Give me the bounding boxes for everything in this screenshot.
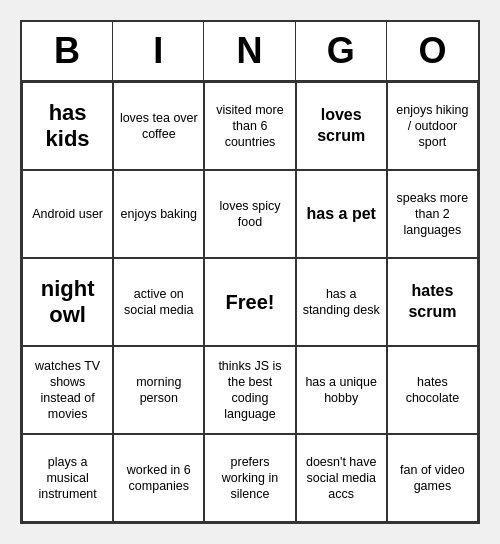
- bingo-cell-7[interactable]: loves spicy food: [204, 170, 295, 258]
- bingo-card: BINGO has kidsloves tea over coffeevisit…: [20, 20, 480, 524]
- bingo-cell-5[interactable]: Android user: [22, 170, 113, 258]
- bingo-cell-4[interactable]: enjoys hiking / outdoor sport: [387, 82, 478, 170]
- bingo-cell-15[interactable]: watches TV shows instead of movies: [22, 346, 113, 434]
- bingo-cell-21[interactable]: worked in 6 companies: [113, 434, 204, 522]
- bingo-cell-24[interactable]: fan of video games: [387, 434, 478, 522]
- bingo-letter-i: I: [113, 22, 204, 80]
- bingo-cell-20[interactable]: plays a musical instrument: [22, 434, 113, 522]
- bingo-cell-18[interactable]: has a unique hobby: [296, 346, 387, 434]
- bingo-cell-1[interactable]: loves tea over coffee: [113, 82, 204, 170]
- bingo-letter-g: G: [296, 22, 387, 80]
- bingo-cell-9[interactable]: speaks more than 2 languages: [387, 170, 478, 258]
- bingo-letter-n: N: [204, 22, 295, 80]
- bingo-cell-23[interactable]: doesn't have social media accs: [296, 434, 387, 522]
- bingo-cell-13[interactable]: has a standing desk: [296, 258, 387, 346]
- bingo-cell-8[interactable]: has a pet: [296, 170, 387, 258]
- bingo-cell-19[interactable]: hates chocolate: [387, 346, 478, 434]
- bingo-cell-22[interactable]: prefers working in silence: [204, 434, 295, 522]
- bingo-cell-6[interactable]: enjoys baking: [113, 170, 204, 258]
- bingo-cell-16[interactable]: morning person: [113, 346, 204, 434]
- bingo-cell-11[interactable]: active on social media: [113, 258, 204, 346]
- bingo-cell-2[interactable]: visited more than 6 countries: [204, 82, 295, 170]
- bingo-letter-b: B: [22, 22, 113, 80]
- bingo-letter-o: O: [387, 22, 478, 80]
- bingo-cell-0[interactable]: has kids: [22, 82, 113, 170]
- bingo-cell-3[interactable]: loves scrum: [296, 82, 387, 170]
- bingo-cell-17[interactable]: thinks JS is the best coding language: [204, 346, 295, 434]
- bingo-cell-10[interactable]: night owl: [22, 258, 113, 346]
- bingo-header: BINGO: [22, 22, 478, 82]
- bingo-cell-14[interactable]: hates scrum: [387, 258, 478, 346]
- bingo-cell-12[interactable]: Free!: [204, 258, 295, 346]
- bingo-grid: has kidsloves tea over coffeevisited mor…: [22, 82, 478, 522]
